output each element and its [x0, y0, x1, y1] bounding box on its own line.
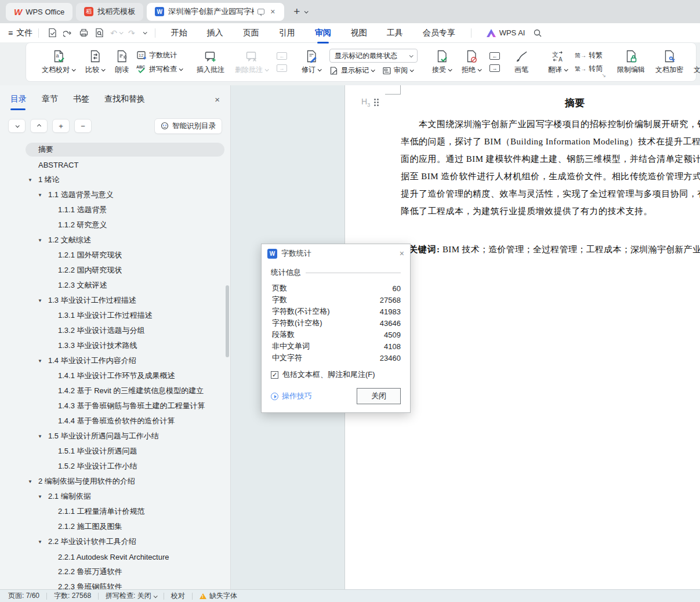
insert-comment-button[interactable]: 插入批注	[191, 45, 230, 79]
dialog-titlebar[interactable]: W 字数统计 ×	[262, 244, 410, 263]
menu-start[interactable]: 开始	[171, 28, 187, 38]
word-count-button[interactable]: 12 字数统计	[136, 50, 182, 60]
read-aloud-button[interactable]: 朗读	[110, 45, 134, 79]
collapse-arrow-icon[interactable]: ▼	[38, 358, 42, 364]
tab-toc[interactable]: 目录	[10, 94, 27, 104]
spell-check-button[interactable]: ABC 拼写检查	[136, 64, 182, 74]
toc-item[interactable]: ▼ 1.5.1 毕业设计所遇问题	[0, 444, 230, 459]
simplified-to-traditional-button[interactable]: 简→ 转繁	[575, 50, 603, 60]
wps-ai-button[interactable]: WPS AI	[487, 28, 525, 37]
translate-button[interactable]: 文A 翻译	[543, 45, 572, 79]
toc-item[interactable]: ▼ 1.2 文献综述	[0, 233, 230, 248]
toc-item[interactable]: ▼ 1.3.1 毕业设计工作过程描述	[0, 308, 230, 323]
compare-button[interactable]: 比较	[80, 45, 110, 79]
menu-view[interactable]: 视图	[351, 28, 367, 38]
print-preview-button[interactable]	[95, 28, 104, 38]
close-pane-icon[interactable]: ×	[215, 95, 220, 104]
dialog-close-icon[interactable]: ×	[400, 249, 404, 258]
collapse-up-button[interactable]	[30, 119, 48, 133]
show-markup-button[interactable]: 显示标记	[329, 66, 374, 75]
missing-font-warning[interactable]: 缺失字体	[200, 591, 237, 601]
track-changes-button[interactable]: 修订	[296, 45, 326, 79]
include-footnotes-checkbox[interactable]: ✓ 包括文本框、脚注和尾注(F)	[271, 369, 401, 380]
print-button[interactable]	[79, 28, 89, 38]
drag-handle-icon[interactable]	[374, 99, 379, 106]
tab-document[interactable]: W 深圳瀚宇创新产业园写字楼招 ×	[147, 3, 284, 21]
delete-comment-button[interactable]: 删除批注	[230, 45, 273, 79]
toc-item[interactable]: ▼ 1.3 毕业设计工作过程描述	[0, 293, 230, 308]
expand-all-button[interactable]: +	[52, 119, 70, 133]
export-pdf-button[interactable]	[63, 28, 73, 38]
menu-review[interactable]: 审阅	[315, 28, 331, 38]
toc-item[interactable]: ▼ 2.1.1 工程量清单计价规范	[0, 504, 230, 519]
toc-item[interactable]: ▼ 2.2 毕业设计软件工具介绍	[0, 534, 230, 549]
next-change-icon[interactable]: →	[489, 64, 500, 72]
heading-level-badge[interactable]: H3	[361, 97, 379, 108]
toc-item[interactable]: ▼ 1.1.2 研究意义	[0, 217, 230, 233]
toc-item[interactable]: ▼ 1.4 毕业设计工作内容介绍	[0, 353, 230, 368]
menu-page[interactable]: 页面	[243, 28, 259, 38]
quick-access-chevron-icon[interactable]	[141, 31, 146, 34]
proofread-status[interactable]: 校对	[171, 591, 185, 601]
toc-item[interactable]: ▼ 2.2.3 鲁班钢筋软件	[0, 579, 230, 589]
tips-link[interactable]: 操作技巧	[271, 391, 312, 401]
toc-item[interactable]: ▼ 1.2.2 国内研究现状	[0, 263, 230, 278]
previous-change-icon[interactable]: ←	[489, 52, 500, 60]
tab-list-chevron-icon[interactable]	[304, 9, 309, 13]
collapse-arrow-icon[interactable]: ▼	[38, 193, 42, 198]
document-content[interactable]: 摘要 本文围绕深圳瀚宇创新产业园写字楼项目的招标控制价编制展开研究，针对建筑率低…	[401, 95, 700, 258]
toc-item[interactable]: ▼ 1.4.4 基于鲁班造价软件的造价计算	[0, 414, 230, 429]
collapse-arrow-icon[interactable]: ▼	[38, 539, 42, 545]
menu-tools[interactable]: 工具	[387, 28, 403, 38]
toc-item[interactable]: ▼ 1.2.3 文献评述	[0, 278, 230, 293]
toc-item[interactable]: ▼ 2.1.2 施工图及图集	[0, 519, 230, 534]
collapse-arrow-icon[interactable]: ▼	[38, 238, 42, 243]
toc-item[interactable]: ▼ 2 编制依据与使用软件的介绍	[0, 474, 230, 489]
toc-item[interactable]: ▼ 2.1 编制依据	[0, 489, 230, 504]
toc-item[interactable]: ▼ 1 绪论	[0, 172, 230, 187]
restrict-editing-button[interactable]: 限制编辑	[612, 45, 650, 79]
checkbox-icon[interactable]: ✓	[271, 371, 278, 379]
search-icon[interactable]	[533, 28, 542, 38]
word-count-indicator[interactable]: 字数: 27568	[54, 591, 91, 601]
tab-chapters[interactable]: 章节	[42, 94, 58, 104]
brush-button[interactable]: 画笔	[509, 45, 534, 79]
markup-state-dropdown[interactable]: 显示标记的最终状态	[329, 49, 418, 63]
toc-item[interactable]: ▼ 1.3.3 毕业设计技术路线	[0, 338, 230, 353]
menu-insert[interactable]: 插入	[207, 28, 223, 38]
tab-wps-office[interactable]: W WPS Office	[6, 3, 72, 21]
toc-item[interactable]: ▼ 1.2.1 国外研究现状	[0, 248, 230, 263]
collapse-arrow-icon[interactable]: ▼	[28, 479, 32, 484]
smart-toc-button[interactable]: 智能识别目录	[154, 118, 222, 134]
encrypt-document-button[interactable]: 文档加密	[650, 45, 688, 79]
collapse-arrow-icon[interactable]: ▼	[28, 177, 32, 183]
menu-reference[interactable]: 引用	[279, 28, 295, 38]
sidebar-scrollbar[interactable]	[226, 285, 229, 357]
toc-item[interactable]: ▼ ABSTRACT	[0, 157, 230, 172]
toc-item[interactable]: ▼ 1.3.2 毕业设计选题与分组	[0, 323, 230, 338]
previous-comment-icon[interactable]: ←	[277, 52, 287, 60]
spell-check-status[interactable]: 拼写检查: 关闭	[106, 591, 157, 601]
toc-item[interactable]: ▼ 摘要	[0, 142, 230, 157]
tab-bookmarks[interactable]: 书签	[73, 94, 89, 104]
collapse-arrow-icon[interactable]: ▼	[38, 494, 42, 499]
next-comment-icon[interactable]: →	[277, 64, 287, 72]
tab-docer[interactable]: 稻 找稻壳模板	[76, 3, 143, 21]
menu-member[interactable]: 会员专享	[423, 28, 455, 38]
reject-button[interactable]: 拒绝	[456, 45, 486, 79]
toc-item[interactable]: ▼ 1.4.1 毕业设计工作环节及成果概述	[0, 368, 230, 383]
redo-button[interactable]: ↷	[128, 28, 135, 38]
collapse-all-button[interactable]: −	[74, 119, 92, 133]
accept-button[interactable]: 接受	[427, 45, 456, 79]
tab-close-icon[interactable]: ×	[269, 7, 276, 16]
comment-bubble-icon[interactable]	[257, 9, 264, 14]
new-tab-button[interactable]: +	[293, 5, 300, 18]
expand-down-button[interactable]	[8, 119, 26, 133]
collapse-arrow-icon[interactable]: ▼	[38, 434, 42, 439]
close-dialog-button[interactable]: 关闭	[357, 388, 401, 404]
dialog-launcher-icon[interactable]: ↘	[601, 72, 606, 78]
save-button[interactable]	[48, 28, 57, 38]
toc-item[interactable]: ▼ 1.4.3 基于鲁班钢筋与鲁班土建的工程量计算	[0, 398, 230, 414]
file-menu[interactable]: ≡ 文件	[8, 28, 32, 38]
toc-item[interactable]: ▼ 2.2.1 Autodesk Revit Architecture	[0, 549, 230, 564]
